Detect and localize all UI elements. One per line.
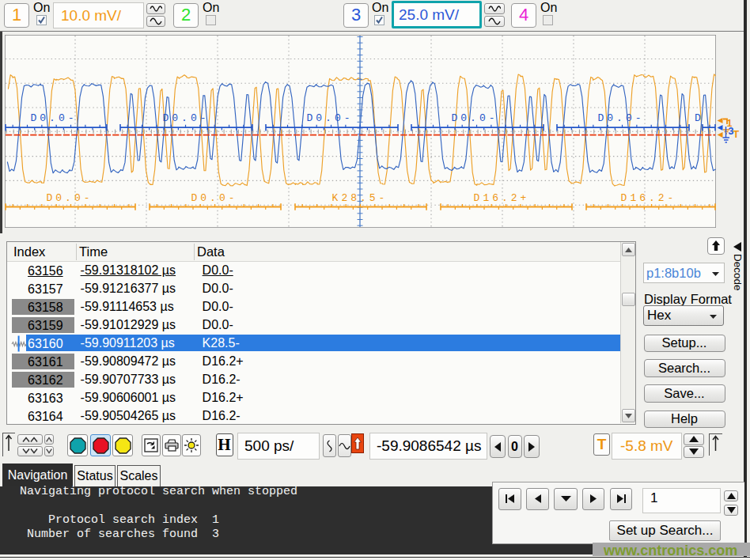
svg-text:T: T [733,129,740,140]
svg-text:D0.0-: D0.0- [597,112,644,124]
svg-text:D0.0-: D0.0- [46,192,93,204]
svg-text:D0.0-: D0.0- [191,192,237,204]
svg-text:D0.0-: D0.0- [451,112,498,124]
svg-text:D16.2+: D16.2+ [474,192,530,204]
svg-text:D0.0-: D0.0- [306,112,353,124]
svg-text:D16.2-: D16.2- [621,192,677,204]
svg-text:D: D [695,112,704,124]
svg-text:D0.0-: D0.0- [30,112,77,124]
svg-text:D0.0-: D0.0- [162,112,209,124]
svg-text:K28.5-: K28.5- [332,192,388,204]
